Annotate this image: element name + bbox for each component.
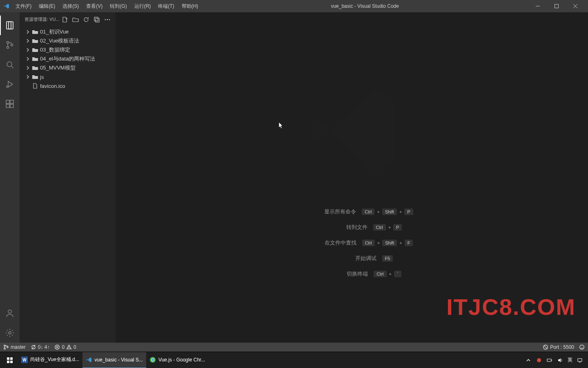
file-tree: 01_初识Vue 02_Vue模板语法 03_数据绑定 04_el与data的两…	[20, 27, 116, 91]
svg-rect-47	[578, 359, 582, 361]
keycap: `	[394, 271, 401, 277]
folder-icon	[32, 74, 38, 80]
svg-point-9	[7, 62, 12, 67]
menu-terminal[interactable]: 终端(T)	[155, 1, 177, 11]
svg-point-8	[11, 44, 13, 46]
status-problems[interactable]: 0 0	[54, 344, 76, 350]
chevron-right-icon	[25, 29, 30, 34]
svg-point-18	[9, 332, 11, 334]
menu-run[interactable]: 运行(R)	[131, 1, 154, 11]
shortcut-row: 切换终端Ctrl+`	[291, 270, 413, 278]
more-icon[interactable]	[104, 16, 111, 23]
keycap: F	[405, 240, 413, 246]
new-folder-icon[interactable]	[72, 16, 79, 23]
svg-rect-16	[10, 104, 13, 108]
tray-volume-icon[interactable]	[557, 357, 564, 364]
svg-rect-1	[555, 4, 559, 8]
status-feedback[interactable]	[579, 344, 585, 350]
folder-icon	[32, 38, 38, 44]
menu-view[interactable]: 查看(V)	[83, 1, 106, 11]
svg-point-22	[107, 19, 108, 20]
vscode-logo-icon	[3, 3, 10, 9]
shortcut-label: 开始调试	[311, 255, 376, 262]
chevron-right-icon	[25, 38, 30, 43]
svg-rect-20	[96, 18, 99, 22]
keycap: P	[393, 224, 402, 231]
start-button[interactable]	[2, 352, 18, 368]
keycap: Shift	[382, 209, 397, 215]
chrome-icon	[149, 357, 156, 363]
svg-rect-45	[547, 359, 551, 361]
svg-point-24	[4, 345, 6, 347]
svg-rect-35	[7, 357, 9, 360]
editor-area: 显示所有命令Ctrl+Shift+P转到文件Ctrl+P在文件中查找Ctrl+S…	[116, 12, 588, 343]
shortcut-label: 在文件中查找	[291, 239, 356, 247]
collapse-all-icon[interactable]	[94, 16, 100, 23]
taskbar-item[interactable]: vue_basic - Visual S...	[82, 352, 147, 368]
windows-taskbar: W尚硅谷_Vue全家桶.d...vue_basic - Visual S...V…	[0, 352, 588, 368]
taskbar-item[interactable]: Vue.js - Google Chr...	[146, 352, 208, 368]
menu-go[interactable]: 转到(G)	[107, 1, 130, 11]
svg-line-10	[11, 66, 14, 69]
refresh-icon[interactable]	[83, 16, 89, 23]
tray-notifications-icon[interactable]	[577, 357, 583, 364]
window-title: vue_basic - Visual Studio Code	[201, 3, 528, 9]
tree-label: 03_数据绑定	[40, 46, 70, 54]
tray-chevron-up-icon[interactable]	[525, 357, 532, 364]
tray-ime[interactable]: 英	[568, 357, 572, 364]
taskbar-item-label: Vue.js - Google Chr...	[158, 357, 205, 363]
shortcut-row: 显示所有命令Ctrl+Shift+P	[291, 208, 413, 215]
menu-selection[interactable]: 选择(S)	[59, 1, 82, 11]
menu-edit[interactable]: 编辑(E)	[36, 1, 58, 11]
close-button[interactable]	[566, 0, 585, 12]
tree-label: favicon.ico	[40, 83, 65, 89]
activity-accounts[interactable]	[0, 303, 20, 323]
tree-folder[interactable]: 01_初识Vue	[20, 27, 116, 36]
shortcut-keys: Ctrl+`	[374, 271, 401, 277]
key-plus: +	[388, 225, 391, 230]
svg-rect-19	[94, 17, 98, 21]
new-file-icon[interactable]	[62, 16, 68, 23]
svg-point-6	[7, 42, 9, 44]
svg-text:W: W	[22, 358, 27, 362]
keycap: Ctrl	[374, 271, 386, 277]
taskbar-item[interactable]: W尚硅谷_Vue全家桶.d...	[18, 352, 82, 368]
tray-battery-icon[interactable]	[546, 357, 553, 364]
minimize-button[interactable]	[528, 0, 547, 12]
shortcut-row: 在文件中查找Ctrl+Shift+F	[291, 239, 413, 247]
tree-folder[interactable]: js	[20, 72, 116, 81]
port-text: Port : 5500	[550, 344, 574, 350]
menu-bar: 文件(F) 编辑(E) 选择(S) 查看(V) 转到(G) 运行(R) 终端(T…	[12, 1, 201, 11]
svg-line-33	[544, 346, 548, 349]
tray-extension-icon[interactable]	[536, 357, 542, 364]
activity-run-debug[interactable]	[0, 74, 20, 94]
status-port[interactable]: Port : 5500	[543, 344, 574, 350]
status-sync[interactable]: 0↓ 4↑	[31, 344, 50, 350]
svg-point-23	[109, 19, 110, 20]
tree-folder[interactable]: 05_MVVM模型	[20, 63, 116, 72]
svg-rect-14	[10, 100, 13, 103]
tree-folder[interactable]: 03_数据绑定	[20, 45, 116, 54]
window-controls	[528, 0, 585, 12]
activity-source-control[interactable]	[0, 35, 20, 55]
tree-folder[interactable]: 02_Vue模板语法	[20, 36, 116, 45]
menu-help[interactable]: 帮助(H)	[178, 1, 202, 11]
menu-file[interactable]: 文件(F)	[12, 1, 35, 11]
mouse-cursor-icon	[278, 122, 283, 129]
activity-explorer[interactable]	[0, 16, 20, 35]
welcome-watermark: 显示所有命令Ctrl+Shift+P转到文件Ctrl+P在文件中查找Ctrl+S…	[291, 77, 413, 278]
activity-extensions[interactable]	[0, 94, 20, 114]
shortcut-row: 开始调试F5	[291, 255, 413, 262]
activity-settings[interactable]	[0, 323, 20, 343]
tree-file[interactable]: favicon.ico	[20, 81, 116, 90]
tree-folder[interactable]: 04_el与data的两种写法	[20, 54, 116, 63]
folder-icon	[32, 29, 38, 35]
keycap: Ctrl	[362, 240, 375, 246]
status-branch[interactable]: master	[3, 344, 26, 350]
branch-name: master	[11, 344, 26, 350]
svg-point-25	[4, 348, 6, 350]
activity-search[interactable]	[0, 55, 20, 74]
key-plus: +	[377, 209, 379, 214]
keycap: Ctrl	[373, 224, 386, 231]
maximize-button[interactable]	[547, 0, 566, 12]
